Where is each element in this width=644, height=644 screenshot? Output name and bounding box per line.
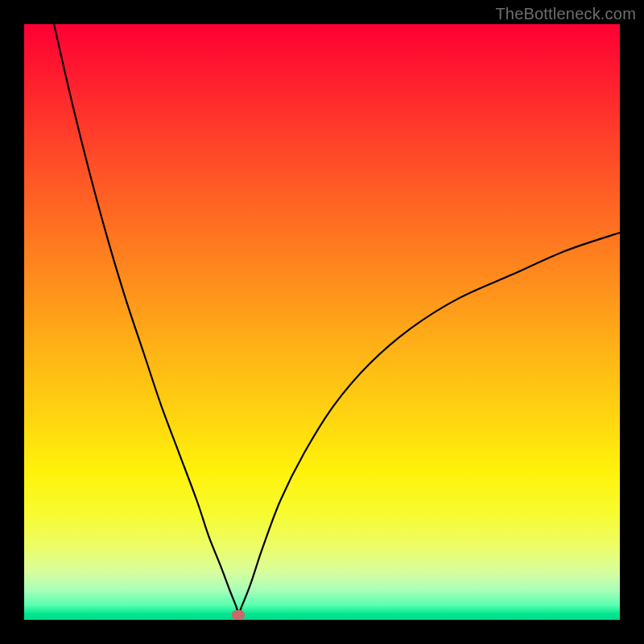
chart-stage: TheBottleneck.com bbox=[0, 0, 644, 644]
min-marker bbox=[232, 610, 245, 620]
plot-area bbox=[24, 24, 620, 620]
bottleneck-curve bbox=[54, 24, 620, 613]
watermark-text: TheBottleneck.com bbox=[495, 5, 636, 23]
curve-svg bbox=[24, 24, 620, 620]
